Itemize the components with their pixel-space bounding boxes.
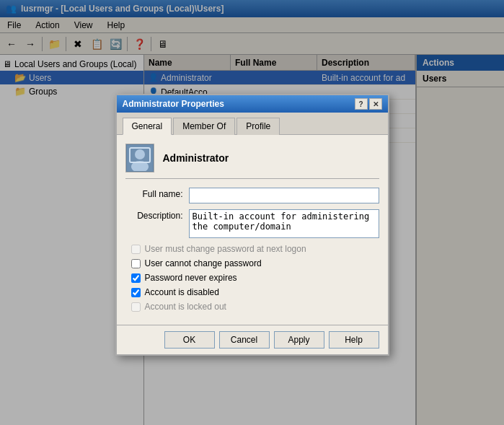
checkbox-account-disabled[interactable] bbox=[131, 288, 141, 297]
tab-profile[interactable]: Profile bbox=[236, 118, 280, 135]
checkbox-account-disabled-label: Account is disabled bbox=[145, 287, 219, 297]
description-row: Description: Built-in account for admini… bbox=[125, 209, 379, 238]
tab-member-of[interactable]: Member Of bbox=[173, 118, 235, 135]
checkbox-must-change-label: User must change password at next logon bbox=[145, 244, 306, 254]
apply-button[interactable]: Apply bbox=[274, 331, 324, 349]
tab-general[interactable]: General bbox=[123, 118, 172, 135]
avatar bbox=[125, 144, 154, 172]
dialog-help-button[interactable]: ? bbox=[355, 98, 368, 110]
cancel-button[interactable]: Cancel bbox=[219, 331, 270, 349]
checkbox-locked-out-label: Account is locked out bbox=[145, 302, 226, 312]
fullname-input[interactable] bbox=[189, 188, 379, 203]
checkbox-never-expires[interactable] bbox=[131, 273, 141, 283]
administrator-properties-dialog: Administrator Properties ? ✕ General Mem… bbox=[115, 94, 389, 356]
ok-button[interactable]: OK bbox=[164, 331, 215, 349]
dialog-title-bar: Administrator Properties ? ✕ bbox=[117, 95, 388, 113]
checkbox-row-must-change: User must change password at next logon bbox=[125, 244, 379, 254]
dialog-close-button[interactable]: ✕ bbox=[369, 98, 382, 110]
checkbox-never-expires-label: Password never expires bbox=[145, 273, 237, 283]
dialog-overlay: Administrator Properties ? ✕ General Mem… bbox=[0, 0, 504, 425]
checkbox-cannot-change[interactable] bbox=[131, 259, 141, 268]
description-label: Description: bbox=[125, 209, 183, 221]
dialog-title-buttons: ? ✕ bbox=[355, 98, 382, 110]
checkbox-must-change[interactable] bbox=[131, 245, 141, 254]
dialog-title: Administrator Properties bbox=[123, 99, 350, 109]
dialog-footer: OK Cancel Apply Help bbox=[117, 325, 388, 354]
user-avatar-row: Administrator bbox=[125, 144, 379, 179]
fullname-label: Full name: bbox=[125, 188, 183, 199]
checkbox-row-locked-out: Account is locked out bbox=[125, 302, 379, 312]
checkbox-row-cannot-change: User cannot change password bbox=[125, 258, 379, 268]
dialog-content: Administrator Full name: Description: Bu… bbox=[117, 135, 388, 325]
help-button[interactable]: Help bbox=[329, 331, 379, 349]
checkbox-row-never-expires: Password never expires bbox=[125, 273, 379, 283]
fullname-row: Full name: bbox=[125, 188, 379, 203]
checkbox-cannot-change-label: User cannot change password bbox=[145, 258, 262, 268]
user-display-name: Administrator bbox=[163, 152, 229, 164]
checkbox-locked-out[interactable] bbox=[131, 302, 141, 312]
checkbox-row-account-disabled: Account is disabled bbox=[125, 287, 379, 297]
dialog-tabs: General Member Of Profile bbox=[117, 113, 388, 135]
svg-point-1 bbox=[135, 149, 145, 159]
description-input[interactable]: Built-in account for administering the c… bbox=[189, 209, 379, 238]
